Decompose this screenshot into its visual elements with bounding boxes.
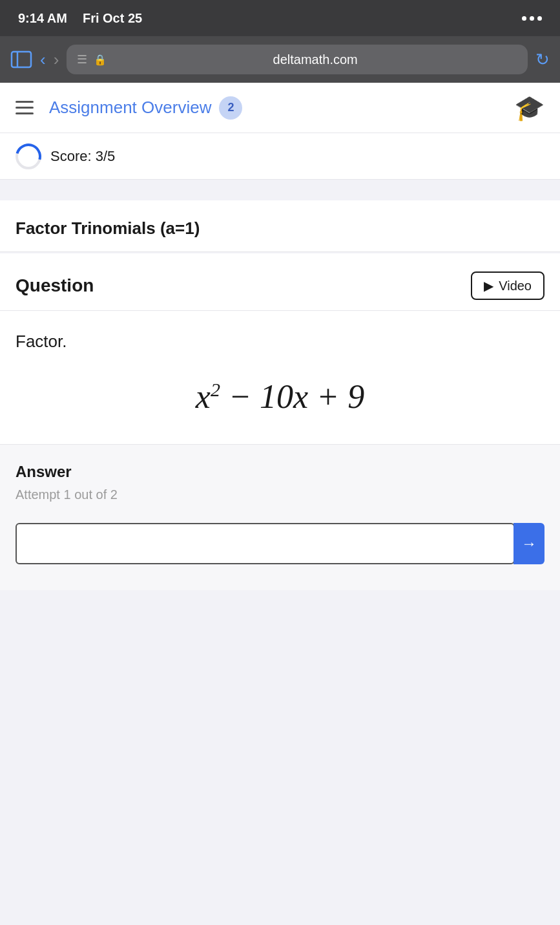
app-header: Assignment Overview 2 🎓: [0, 83, 560, 133]
dot2: [530, 16, 534, 21]
submit-button[interactable]: →: [513, 523, 544, 564]
reader-mode-icon: ☰: [77, 52, 87, 67]
address-bar[interactable]: ☰ 🔒 deltamath.com: [67, 45, 528, 74]
math-expression: x2 − 10x + 9: [16, 377, 544, 416]
status-date: Fri Oct 25: [83, 11, 142, 26]
lock-icon: 🔒: [94, 54, 107, 66]
answer-section: Answer Attempt 1 out of 2 →: [0, 444, 560, 590]
topic-title: Factor Trinomials (a=1): [16, 218, 544, 239]
question-body: Factor. x2 − 10x + 9: [0, 311, 560, 444]
browser-forward-button[interactable]: ›: [54, 50, 59, 70]
score-progress-icon: [16, 144, 41, 169]
question-section: Question ▶ Video Factor. x2 − 10x + 9 An…: [0, 253, 560, 590]
browser-back-button[interactable]: ‹: [40, 50, 46, 70]
question-label: Question: [16, 275, 94, 296]
page-title: Assignment Overview: [49, 98, 211, 118]
app-logo-icon: 🎓: [514, 94, 544, 122]
notification-badge: 2: [219, 96, 242, 120]
page-bottom: [0, 590, 560, 694]
sidebar-toggle-button[interactable]: [10, 50, 32, 69]
status-time: 9:14 AM: [18, 11, 67, 26]
browser-chrome: ‹ › ☰ 🔒 deltamath.com ↻: [0, 36, 560, 83]
video-button-label: Video: [499, 279, 532, 293]
video-button[interactable]: ▶ Video: [471, 271, 544, 300]
dot1: [522, 16, 526, 21]
attempt-text: Attempt 1 out of 2: [16, 487, 544, 502]
score-bar: Score: 3/5: [0, 133, 560, 180]
url-display: deltamath.com: [113, 52, 517, 67]
dot3: [537, 16, 542, 21]
answer-input[interactable]: [16, 523, 515, 564]
hamburger-line-3: [16, 112, 34, 114]
status-dots: [522, 16, 542, 21]
status-bar: 9:14 AM Fri Oct 25: [0, 0, 560, 36]
play-icon: ▶: [484, 278, 493, 293]
question-header: Question ▶ Video: [0, 253, 560, 311]
answer-input-row: →: [16, 523, 544, 564]
hamburger-line-1: [16, 101, 34, 103]
reload-button[interactable]: ↻: [535, 50, 550, 70]
section-divider-1: [0, 180, 560, 200]
score-display: Score: 3/5: [50, 148, 115, 165]
submit-arrow-icon: →: [521, 535, 537, 553]
hamburger-line-2: [16, 107, 34, 109]
topic-section: Factor Trinomials (a=1): [0, 200, 560, 252]
hamburger-menu-button[interactable]: [16, 101, 34, 114]
question-prompt: Factor.: [16, 332, 544, 352]
answer-label: Answer: [16, 463, 544, 481]
status-time-date: 9:14 AM Fri Oct 25: [18, 11, 142, 26]
svg-rect-0: [12, 52, 31, 67]
